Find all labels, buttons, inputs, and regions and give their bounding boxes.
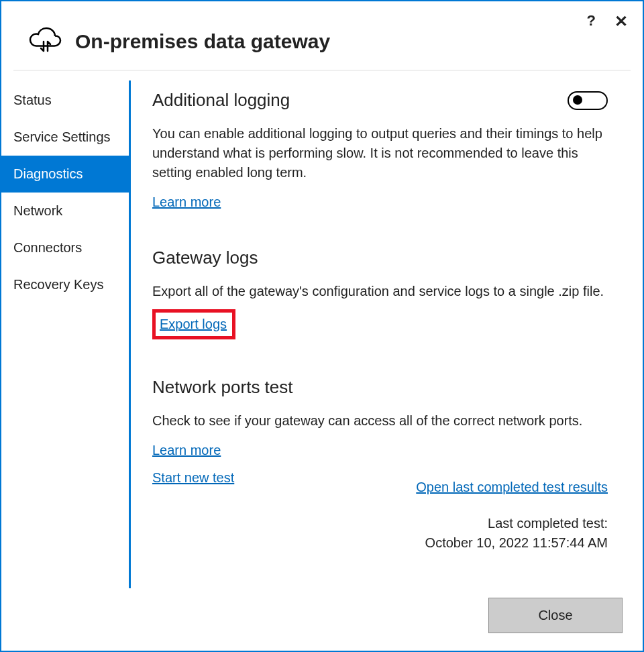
last-completed-test: Last completed test: October 10, 2022 11… bbox=[152, 514, 608, 553]
close-button[interactable]: Close bbox=[488, 598, 623, 633]
sidebar: Status Service Settings Diagnostics Netw… bbox=[1, 80, 129, 588]
sidebar-item-service-settings[interactable]: Service Settings bbox=[1, 119, 129, 156]
section-gateway-logs: Gateway logs Export all of the gateway's… bbox=[152, 248, 608, 339]
additional-logging-toggle[interactable] bbox=[568, 91, 608, 110]
section-network-ports-test: Network ports test Check to see if your … bbox=[152, 377, 608, 553]
app-window: ? ✕ On-premises data gateway Status Serv… bbox=[0, 0, 644, 652]
app-title: On-premises data gateway bbox=[75, 30, 330, 53]
footer: Close bbox=[1, 588, 643, 651]
export-logs-highlight: Export logs bbox=[152, 309, 235, 339]
network-test-title: Network ports test bbox=[152, 377, 608, 398]
app-body: Status Service Settings Diagnostics Netw… bbox=[1, 71, 643, 588]
sidebar-item-diagnostics[interactable]: Diagnostics bbox=[1, 156, 129, 193]
last-completed-test-value: October 10, 2022 11:57:44 AM bbox=[152, 533, 608, 553]
section-additional-logging: Additional logging You can enable additi… bbox=[152, 90, 608, 210]
sidebar-item-recovery-keys[interactable]: Recovery Keys bbox=[1, 266, 129, 303]
gateway-logs-description: Export all of the gateway's configuratio… bbox=[152, 282, 608, 301]
network-test-actions: Start new test Open last completed test … bbox=[152, 470, 608, 495]
sidebar-item-status[interactable]: Status bbox=[1, 82, 129, 119]
start-new-test-link[interactable]: Start new test bbox=[152, 470, 234, 486]
sidebar-item-network[interactable]: Network bbox=[1, 193, 129, 229]
additional-logging-learn-more-link[interactable]: Learn more bbox=[152, 195, 221, 210]
export-logs-link[interactable]: Export logs bbox=[160, 317, 227, 332]
additional-logging-title: Additional logging bbox=[152, 90, 290, 111]
network-test-learn-more-link[interactable]: Learn more bbox=[152, 443, 221, 458]
app-header: On-premises data gateway bbox=[1, 25, 643, 70]
network-test-description: Check to see if your gateway can access … bbox=[152, 411, 608, 431]
gateway-logs-title: Gateway logs bbox=[152, 248, 608, 268]
additional-logging-description: You can enable additional logging to out… bbox=[152, 124, 608, 182]
content: Additional logging You can enable additi… bbox=[129, 80, 631, 588]
open-last-results-link[interactable]: Open last completed test results bbox=[416, 480, 608, 495]
sidebar-item-connectors[interactable]: Connectors bbox=[1, 229, 129, 266]
last-completed-test-label: Last completed test: bbox=[152, 514, 608, 533]
cloud-gateway-icon bbox=[28, 25, 63, 58]
